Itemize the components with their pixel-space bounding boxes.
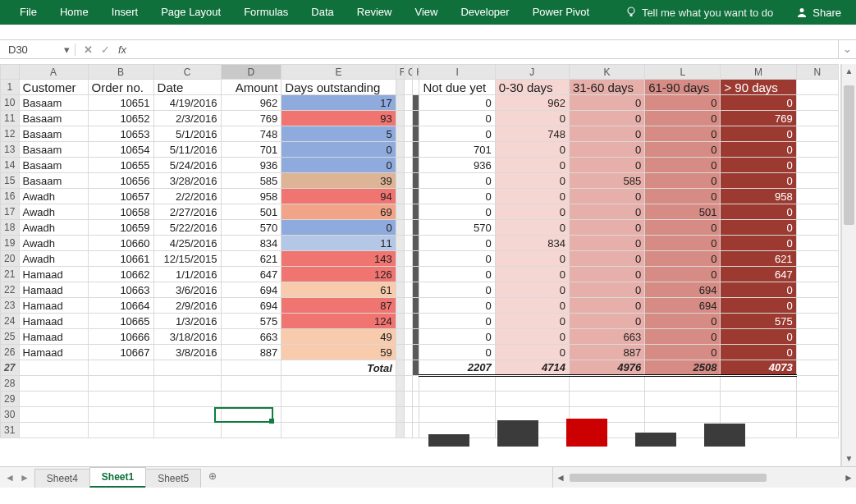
tell-me[interactable]: Tell me what you want to do [617,7,781,19]
row-header-1[interactable]: 1 [1,80,20,95]
row-header-23[interactable]: 23 [1,298,20,314]
chevron-down-icon[interactable]: ▾ [64,44,70,56]
cell-M12[interactable]: 0 [721,126,796,142]
cell-F1[interactable] [396,80,404,95]
header-61-90[interactable]: 61-90 days [645,80,721,95]
cell-F15[interactable] [396,173,404,189]
cell-N20[interactable] [796,251,838,267]
cell-F13[interactable] [396,142,404,158]
cell-B26[interactable]: 10667 [88,345,153,360]
cell-F11[interactable] [396,111,404,126]
cell-A28[interactable] [19,376,88,392]
cell-C19[interactable]: 4/25/2016 [153,236,221,251]
cell-I18[interactable]: 570 [419,220,495,236]
cell-M13[interactable]: 0 [721,142,796,158]
total-M[interactable]: 4073 [721,360,796,376]
ribbon-tab-home[interactable]: Home [48,0,100,25]
cell-E25[interactable]: 49 [282,329,396,345]
cell-E18[interactable]: 0 [282,220,396,236]
hscroll-track[interactable] [568,472,841,483]
ribbon-tab-data[interactable]: Data [300,0,345,25]
cell-K21[interactable]: 0 [569,267,644,282]
header-customer[interactable]: Customer [19,80,88,95]
cell-B19[interactable]: 10660 [88,236,153,251]
cell-M11[interactable]: 769 [721,111,796,126]
cell-L16[interactable]: 0 [645,189,721,204]
cell-H27[interactable] [413,360,419,376]
cell-C13[interactable]: 5/11/2016 [153,142,221,158]
cell-D31[interactable] [221,423,282,438]
cell-A31[interactable] [19,423,88,438]
cell-L19[interactable]: 0 [645,236,721,251]
cell-M24[interactable]: 575 [721,314,796,329]
cell-H26[interactable] [413,345,419,360]
cell-F16[interactable] [396,189,404,204]
cell-L26[interactable]: 0 [645,345,721,360]
col-header-C[interactable]: C [153,65,221,80]
cell-N21[interactable] [796,267,838,282]
cell-M29[interactable] [721,392,796,407]
cell-H11[interactable] [413,111,419,126]
fx-icon[interactable]: fx [118,44,126,56]
header-days-outstanding[interactable]: Days outstanding [282,80,396,95]
header-date[interactable]: Date [153,80,221,95]
scroll-left-icon[interactable]: ◄ [553,472,568,483]
cell-M20[interactable]: 621 [721,251,796,267]
col-header-D[interactable]: D [221,65,282,80]
worksheet-grid[interactable]: ABCDEFGHIJKLMN 1CustomerOrder no.DateAmo… [0,64,841,466]
col-header-A[interactable]: A [19,65,88,80]
cell-C15[interactable]: 3/28/2016 [153,173,221,189]
cell-J21[interactable]: 0 [495,267,569,282]
cell-J28[interactable] [495,376,569,392]
cell-K11[interactable]: 0 [569,111,644,126]
cell-I24[interactable]: 0 [419,314,495,329]
cell-M25[interactable]: 0 [721,329,796,345]
cell-E10[interactable]: 17 [282,95,396,111]
row-header-11[interactable]: 11 [1,111,20,126]
cell-A16[interactable]: Awadh [19,189,88,204]
cell-L24[interactable]: 0 [645,314,721,329]
cell-B30[interactable] [88,407,153,423]
cell-B24[interactable]: 10665 [88,314,153,329]
header-31-60[interactable]: 31-60 days [569,80,644,95]
cell-E21[interactable]: 126 [282,267,396,282]
cell-N10[interactable] [796,95,838,111]
cell-N28[interactable] [796,376,838,392]
cell-A25[interactable]: Hamaad [19,329,88,345]
cell-M21[interactable]: 647 [721,267,796,282]
cell-L25[interactable]: 0 [645,329,721,345]
cell-K20[interactable]: 0 [569,251,644,267]
ribbon-tab-developer[interactable]: Developer [449,0,520,25]
cell-B20[interactable]: 10661 [88,251,153,267]
cell-A10[interactable]: Basaam [19,95,88,111]
cell-G10[interactable] [405,95,413,111]
cell-A24[interactable]: Hamaad [19,314,88,329]
cell-E24[interactable]: 124 [282,314,396,329]
cell-K29[interactable] [569,392,644,407]
cell-F24[interactable] [396,314,404,329]
cell-F10[interactable] [396,95,404,111]
vscroll-thumb[interactable] [844,85,854,225]
cell-A14[interactable]: Basaam [19,158,88,173]
total-K[interactable]: 4976 [569,360,644,376]
cell-C23[interactable]: 2/9/2016 [153,298,221,314]
cell-B17[interactable]: 10658 [88,204,153,220]
cell-B31[interactable] [88,423,153,438]
cell-D16[interactable]: 958 [221,189,282,204]
cell-G31[interactable] [405,423,413,438]
cell-L12[interactable]: 0 [645,126,721,142]
cell-J29[interactable] [495,392,569,407]
cell-L28[interactable] [645,376,721,392]
col-header-F[interactable]: F [396,65,404,80]
cell-M18[interactable]: 0 [721,220,796,236]
row-header-31[interactable]: 31 [1,423,20,438]
cell-D14[interactable]: 936 [221,158,282,173]
cell-H21[interactable] [413,267,419,282]
cell-E26[interactable]: 59 [282,345,396,360]
col-header-G[interactable]: G [405,65,413,80]
cell-B28[interactable] [88,376,153,392]
cell-G14[interactable] [405,158,413,173]
cell-F28[interactable] [396,376,404,392]
cell-D19[interactable]: 834 [221,236,282,251]
sheet-nav-prev-icon[interactable]: ◄ [5,472,15,483]
